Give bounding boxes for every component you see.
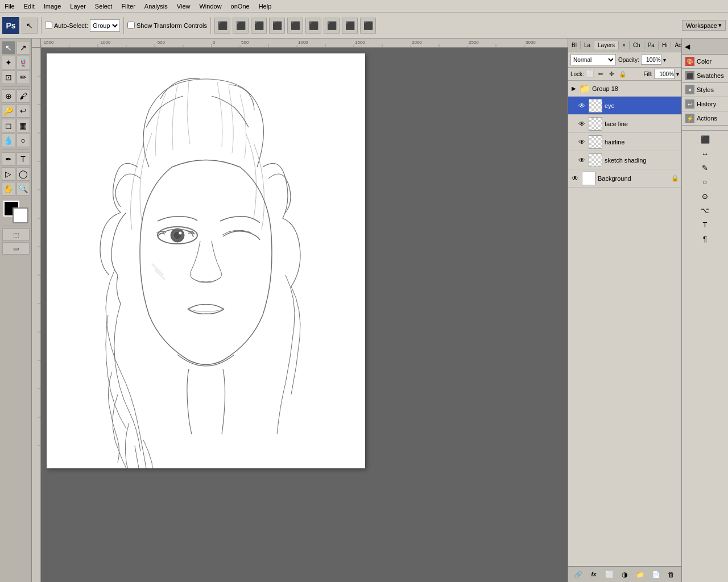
layer-face-line[interactable]: 👁 face line [568,115,681,133]
right-tool-6[interactable]: ⌥ [699,204,712,217]
transform-controls-checkbox[interactable] [127,22,135,29]
eraser-tool[interactable]: ◻ [2,119,15,132]
background-color[interactable] [13,207,28,223]
tab-la[interactable]: La [581,41,594,49]
layer-sketch-shading[interactable]: 👁 sketch shading [568,151,681,169]
tab-ac[interactable]: Ac [671,41,681,49]
select-tool[interactable]: ↖ [2,41,15,55]
eyedropper-tool[interactable]: ✏ [16,70,30,84]
quick-mask-tool[interactable]: ⬚ [2,228,30,241]
screen-mode[interactable]: ▭ [2,242,30,255]
blend-mode-dropdown[interactable]: Normal [570,54,616,65]
new-group-icon[interactable]: 📁 [635,569,646,580]
heal-tool[interactable]: ⊕ [2,89,15,103]
add-mask-icon[interactable]: ⬜ [603,569,615,580]
menu-filter[interactable]: Filter [117,2,139,11]
new-layer-icon[interactable]: 📄 [650,569,661,580]
clone-tool[interactable]: 🔑 [2,104,15,118]
dodge-tool[interactable]: ○ [16,134,30,147]
menu-file[interactable]: File [0,2,19,11]
history-brush-tool[interactable]: ↩ [16,104,30,118]
direct-select-tool[interactable]: ↗ [16,41,30,55]
pen-tool[interactable]: ✒ [2,152,15,166]
lasso-tool[interactable]: 🪢 [16,56,30,69]
lock-all-icon[interactable]: 🔒 [618,69,627,78]
fx-icon[interactable]: fx [588,569,599,580]
canvas-scroll[interactable] [41,48,568,582]
right-tool-2[interactable]: ↔ [699,147,712,160]
hand-tool[interactable]: ✋ [2,182,15,196]
menu-help[interactable]: Help [254,2,276,11]
layer-visibility-bg[interactable]: 👁 [570,174,580,183]
text-tool[interactable]: T [16,152,30,166]
right-tool-8[interactable]: ¶ [699,232,712,245]
distribute-v[interactable]: ⬛ [342,18,358,34]
layer-visibility-sketch[interactable]: 👁 [577,156,586,165]
path-select-tool[interactable]: ▷ [2,167,15,181]
layer-visibility-hairline[interactable]: 👁 [577,138,586,147]
tab-layers[interactable]: Layers [594,41,619,49]
menu-layer[interactable]: Layer [65,2,90,11]
fill-input[interactable] [654,69,675,79]
group-expand-arrow[interactable]: ▶ [570,85,577,92]
align-right[interactable]: ⬛ [251,18,267,34]
arrange[interactable]: ⬛ [360,18,376,34]
layer-hairline[interactable]: 👁 hairline [568,133,681,151]
layer-visibility-eye[interactable]: 👁 [577,101,586,110]
right-tool-5[interactable]: ⊙ [699,190,712,202]
panel-color[interactable]: 🎨 Color [682,55,728,69]
panel-history[interactable]: ↩ History [682,97,728,111]
right-tool-7[interactable]: T [699,218,712,231]
menu-edit[interactable]: Edit [19,2,39,11]
crop-tool[interactable]: ⊡ [2,70,15,84]
workspace-button[interactable]: Workspace ▾ [682,20,726,31]
menu-image[interactable]: Image [39,2,66,11]
opacity-arrow[interactable]: ▾ [663,57,666,63]
collapse-btn[interactable]: ◀ [683,43,691,51]
magic-wand-tool[interactable]: ✦ [2,56,15,69]
tab-pa[interactable]: Pa [644,41,659,49]
align-bottom[interactable]: ⬛ [305,18,321,34]
link-layers-icon[interactable]: 🔗 [573,569,584,580]
color-picker[interactable] [2,201,30,223]
tab-hi[interactable]: Hi [659,41,671,49]
panel-styles[interactable]: ✦ Styles [682,83,728,97]
zoom-tool[interactable]: 🔍 [16,182,30,196]
auto-select-dropdown[interactable]: Group Layer [90,19,120,32]
lock-image-icon[interactable]: ✏ [597,69,606,78]
auto-select-checkbox[interactable] [45,22,52,29]
align-center-v[interactable]: ⬛ [287,18,303,34]
lock-position-icon[interactable]: ✛ [607,69,617,78]
fill-arrow[interactable]: ▾ [676,71,679,77]
opacity-input[interactable] [641,55,661,65]
menu-select[interactable]: Select [90,2,117,11]
layer-visibility-face[interactable]: 👁 [577,119,586,128]
tab-close[interactable]: × [619,41,630,49]
menu-window[interactable]: Window [195,2,226,11]
tab-bl[interactable]: Bl [568,41,581,49]
menu-onone[interactable]: onOne [226,2,254,11]
adjustments-icon[interactable]: ◑ [619,569,630,580]
menu-analysis[interactable]: Analysis [140,2,172,11]
gradient-tool[interactable]: ▦ [16,119,30,132]
align-top[interactable]: ⬛ [269,18,285,34]
right-tool-1[interactable]: ⬛ [699,133,712,146]
align-left[interactable]: ⬛ [214,18,230,34]
tab-ch[interactable]: Ch [630,41,644,49]
move-tool[interactable]: ↖ [22,18,38,34]
lock-transparent-icon[interactable]: ⬜ [586,69,595,78]
right-tool-3[interactable]: ✎ [699,161,712,174]
blur-tool[interactable]: 💧 [2,134,15,147]
panel-actions[interactable]: ⚡ Actions [682,111,728,126]
delete-layer-icon[interactable]: 🗑 [665,569,677,580]
right-tool-4[interactable]: ○ [699,176,712,188]
menu-view[interactable]: View [172,2,195,11]
layer-background[interactable]: 👁 Background 🔒 [568,169,681,188]
panel-swatches[interactable]: ⬛ Swatches [682,69,728,83]
shape-tool[interactable]: ◯ [16,167,30,181]
layer-eye[interactable]: 👁 eye [568,97,681,115]
distribute-h[interactable]: ⬛ [324,18,340,34]
layer-group-18[interactable]: ▶ 📁 Group 18 [568,81,681,97]
brush-tool[interactable]: 🖌 [16,89,30,103]
align-center-h[interactable]: ⬛ [233,18,249,34]
